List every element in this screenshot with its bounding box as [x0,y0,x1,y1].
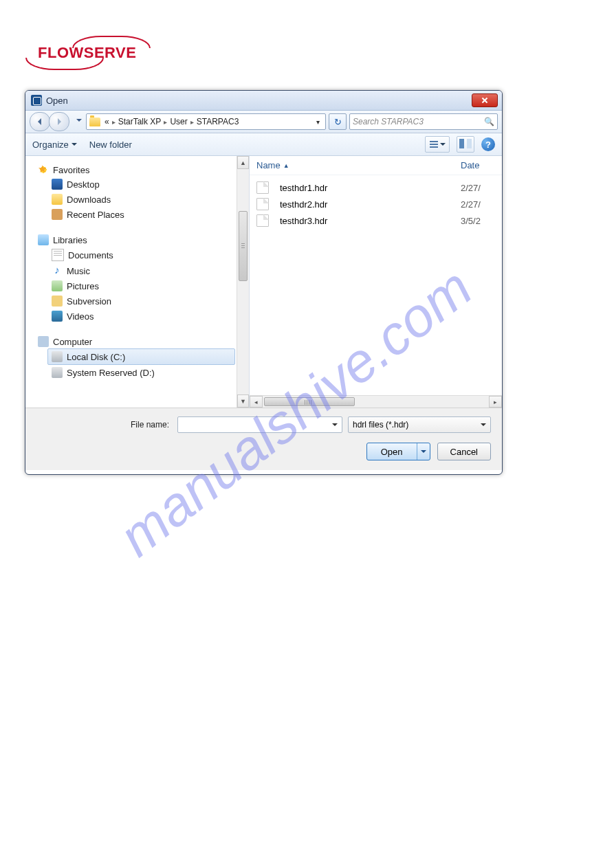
search-placeholder: Search STARPAC3 [353,117,424,126]
help-button[interactable]: ? [481,137,495,151]
file-date: 2/27/ [461,199,495,210]
view-mode-button[interactable] [425,136,450,153]
computer-icon [38,336,49,347]
subversion-icon [52,296,63,307]
file-name: testhdr2.hdr [274,199,461,210]
window-title: Open [46,96,472,106]
chevron-right-icon: ▸ [164,118,167,126]
breadcrumb-prefix: « [105,117,109,126]
column-date[interactable]: Date [461,160,495,170]
nav-scrollbar[interactable]: ▲ ▼ [237,156,249,408]
organize-menu[interactable]: Organize [32,140,77,150]
documents-icon [52,249,64,261]
close-button[interactable] [472,93,498,107]
disk-icon [52,351,63,362]
file-row[interactable]: testhdr3.hdr 3/5/2 [250,212,502,229]
scroll-right-icon[interactable]: ▸ [489,396,502,408]
cancel-button[interactable]: Cancel [437,443,491,460]
sort-asc-icon: ▲ [283,162,289,169]
desktop-icon [52,179,63,190]
file-list-header[interactable]: Name▲ Date [250,156,502,175]
nav-pictures[interactable]: Pictures [38,278,249,293]
file-row[interactable]: testhdr1.hdr 2/27/ [250,179,502,196]
nav-local-disk-c[interactable]: Local Disk (C:) [47,348,235,365]
disk-icon [52,367,63,378]
breadcrumb-1[interactable]: StarTalk XP [118,117,162,126]
star-icon [38,164,49,175]
search-icon: 🔍 [484,117,494,126]
open-button[interactable]: Open [366,443,430,460]
search-input[interactable]: Search STARPAC3 🔍 [349,113,498,130]
nav-downloads[interactable]: Downloads [38,192,249,207]
preview-pane-button[interactable] [457,136,474,153]
nav-system-reserved-d[interactable]: System Reserved (D:) [38,365,249,380]
breadcrumb-3[interactable]: STARPAC3 [197,117,239,126]
nav-desktop[interactable]: Desktop [38,177,249,192]
new-folder-button[interactable]: New folder [89,140,132,150]
dialog-footer: File name: hdrl files (*.hdr) Open Cance… [25,408,502,470]
file-horizontal-scrollbar[interactable]: ◂ ▸ [250,395,502,408]
address-bar[interactable]: « ▸ StarTalk XP ▸ User ▸ STARPAC3 ▾ [86,113,326,130]
folder-icon [89,118,100,126]
scroll-down-icon[interactable]: ▼ [237,394,249,408]
file-icon [256,198,269,210]
file-name: testhdr1.hdr [274,183,461,193]
chevron-right-icon: ▸ [190,118,194,126]
scroll-left-icon[interactable]: ◂ [250,396,263,408]
file-row[interactable]: testhdr2.hdr 2/27/ [250,196,502,212]
column-name[interactable]: Name [256,160,281,170]
recent-icon [52,209,63,220]
refresh-button[interactable]: ↻ [329,113,347,130]
nav-back-button[interactable] [30,112,50,131]
scroll-up-icon[interactable]: ▲ [237,156,249,169]
file-date: 3/5/2 [461,216,495,226]
nav-forward-button[interactable] [49,112,69,131]
nav-history-dropdown[interactable] [75,113,83,131]
scroll-thumb[interactable] [264,397,355,406]
file-icon [256,214,269,227]
file-list-pane: Name▲ Date testhdr1.hdr 2/27/ testhdr2.h… [250,156,502,408]
file-icon [256,181,269,194]
nav-videos[interactable]: Videos [38,309,249,324]
open-file-dialog: Open « ▸ StarTalk XP ▸ User ▸ STARPAC3 ▾… [25,90,503,475]
nav-recent-places[interactable]: Recent Places [38,207,249,222]
open-dropdown[interactable] [417,448,430,456]
breadcrumb-2[interactable]: User [170,117,187,126]
app-icon [31,95,42,106]
downloads-icon [52,194,63,205]
file-name: testhdr3.hdr [274,216,461,226]
pictures-icon [52,280,63,291]
breadcrumb-dropdown[interactable]: ▾ [314,118,322,126]
file-name-label: File name: [131,420,169,430]
toolbar: Organize New folder ? [25,133,502,156]
navigation-pane: Favorites Desktop Downloads Recent Place… [25,156,250,408]
nav-favorites-header[interactable]: Favorites [38,163,249,177]
nav-documents[interactable]: Documents [38,247,249,263]
scroll-thumb[interactable] [239,211,248,281]
nav-subversion[interactable]: Subversion [38,293,249,309]
nav-row: « ▸ StarTalk XP ▸ User ▸ STARPAC3 ▾ ↻ Se… [25,111,502,133]
file-name-input[interactable] [177,416,342,433]
videos-icon [52,311,63,322]
file-date: 2/27/ [461,183,495,193]
nav-computer-header[interactable]: Computer [38,335,249,348]
chevron-right-icon: ▸ [112,118,116,126]
titlebar[interactable]: Open [25,91,502,111]
brand-logo: FLOWSERVE [38,36,151,70]
libraries-icon [38,234,49,245]
file-type-select[interactable]: hdrl files (*.hdr) [348,416,491,433]
music-icon: ♪ [52,265,63,276]
nav-music[interactable]: ♪Music [38,263,249,278]
nav-libraries-header[interactable]: Libraries [38,233,249,247]
